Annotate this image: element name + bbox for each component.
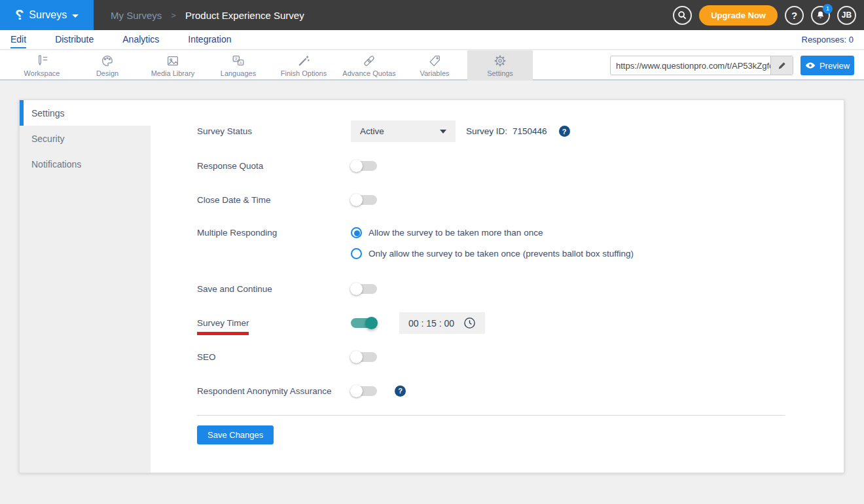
respondent-anonymity-toggle[interactable]	[351, 386, 377, 396]
user-avatar[interactable]: JB	[837, 6, 856, 25]
survey-status-value: Active	[360, 126, 384, 136]
survey-nav-bar: Edit Distribute Analytics Integration Re…	[0, 30, 864, 50]
close-date-label: Close Date & Time	[197, 195, 351, 205]
survey-url-field[interactable]: https://www.questionpro.com/t/AP53kZgfo	[610, 56, 793, 75]
close-date-toggle[interactable]	[351, 195, 377, 205]
survey-timer-red-annotation	[197, 332, 249, 335]
toggle-knob	[350, 160, 363, 172]
tab-edit[interactable]: Edit	[10, 31, 26, 48]
toolbar-item-label: Advance Quotas	[342, 69, 395, 77]
survey-timer-label: Survey Timer	[197, 318, 351, 328]
toolbar-item-settings[interactable]: Settings	[467, 50, 533, 81]
radio-option-allow-multiple[interactable]: Allow the survey to be taken more than o…	[351, 227, 634, 238]
notifications-button[interactable]: 1	[811, 6, 830, 25]
sidebar-item-security[interactable]: Security	[20, 126, 151, 151]
sidebar-item-settings[interactable]: Settings	[20, 100, 151, 126]
survey-timer-toggle[interactable]	[351, 318, 377, 328]
tab-integration[interactable]: Integration	[188, 31, 231, 48]
upgrade-now-button[interactable]: Upgrade Now	[699, 5, 778, 26]
help-button[interactable]: ?	[785, 6, 804, 25]
wand-icon	[297, 54, 311, 68]
toolbar-item-label: Design	[96, 69, 118, 77]
search-icon	[677, 10, 687, 20]
toolbar-item-workspace[interactable]: Workspace	[9, 50, 75, 81]
respondent-anonymity-help-icon[interactable]: ?	[395, 386, 406, 397]
toolbar-item-variables[interactable]: Variables	[402, 50, 467, 81]
toolbar-item-label: Media Library	[151, 69, 195, 77]
seo-toggle[interactable]	[351, 352, 377, 362]
response-quota-row: Response Quota	[197, 158, 377, 173]
preview-button[interactable]: Preview	[801, 56, 854, 75]
notification-count-badge: 1	[823, 4, 833, 14]
seo-row: SEO	[197, 349, 377, 365]
seo-label: SEO	[197, 352, 351, 362]
workspace-icon	[35, 54, 49, 68]
response-quota-label: Response Quota	[197, 161, 351, 171]
responses-count[interactable]: Responses: 0	[802, 35, 854, 45]
questionpro-logo-icon: ?	[15, 7, 24, 24]
sidebar-item-notifications[interactable]: Notifications	[20, 151, 151, 177]
settings-card: Settings Security Notifications Survey S…	[19, 99, 844, 473]
breadcrumb-my-surveys[interactable]: My Surveys	[111, 10, 162, 21]
survey-status-select[interactable]: Active	[351, 120, 456, 142]
save-changes-button[interactable]: Save Changes	[197, 425, 274, 444]
content-divider	[197, 415, 785, 416]
toolbar-item-label: Variables	[420, 69, 449, 77]
toolbar-item-label: Finish Options	[281, 69, 327, 77]
surveys-product-menu[interactable]: ? Surveys	[0, 0, 94, 30]
question-icon: ?	[791, 10, 797, 21]
survey-id-help-icon[interactable]: ?	[559, 126, 570, 137]
chain-icon	[362, 54, 376, 68]
close-date-row: Close Date & Time	[197, 192, 377, 207]
toolbar-item-advance-quotas[interactable]: Advance Quotas	[336, 50, 402, 81]
survey-timer-input[interactable]: 00 : 15 : 00	[399, 312, 485, 334]
svg-text:文: 文	[234, 56, 238, 61]
radio-selected-icon[interactable]	[351, 227, 362, 238]
multiple-responding-row: Multiple Responding Allow the survey to …	[197, 227, 634, 259]
radio-option-only-once[interactable]: Only allow the survey to be taken once (…	[351, 248, 634, 259]
edit-url-button[interactable]	[770, 56, 793, 75]
multiple-responding-label: Multiple Responding	[197, 228, 351, 238]
header-actions: Upgrade Now ? 1 JB	[673, 0, 856, 30]
clock-icon[interactable]	[463, 317, 476, 329]
radio-unselected-icon[interactable]	[351, 248, 362, 259]
toolbar-item-languages[interactable]: 文A Languages	[206, 50, 271, 81]
survey-status-label: Survey Status	[197, 126, 351, 136]
respondent-anonymity-label: Respondent Anonymity Assurance	[197, 386, 351, 396]
svg-text:A: A	[240, 61, 242, 65]
tab-distribute[interactable]: Distribute	[55, 31, 94, 48]
edit-toolbar: Workspace Design Media Library 文A Langua…	[0, 50, 864, 81]
toolbar-item-label: Workspace	[24, 69, 60, 77]
toolbar-item-label: Settings	[487, 69, 513, 77]
save-and-continue-row: Save and Continue	[197, 281, 377, 297]
top-header: ? Surveys My Surveys > Product Experienc…	[0, 0, 864, 30]
save-and-continue-toggle[interactable]	[351, 284, 377, 294]
translate-icon: 文A	[231, 54, 245, 68]
breadcrumb: My Surveys > Product Experience Survey	[111, 10, 304, 21]
chevron-down-icon	[440, 130, 446, 134]
response-quota-toggle[interactable]	[351, 161, 377, 171]
toolbar-item-media-library[interactable]: Media Library	[140, 50, 206, 81]
page-title: Product Experience Survey	[185, 10, 304, 21]
pencil-icon	[778, 61, 787, 70]
settings-sidebar: Settings Security Notifications	[20, 100, 151, 473]
toolbar-item-design[interactable]: Design	[75, 50, 140, 81]
survey-timer-value[interactable]: 00 : 15 : 00	[408, 318, 454, 329]
respondent-anonymity-row: Respondent Anonymity Assurance ?	[197, 383, 406, 399]
survey-timer-row: Survey Timer 00 : 15 : 00	[197, 312, 485, 334]
survey-url-text[interactable]: https://www.questionpro.com/t/AP53kZgfo	[611, 61, 770, 71]
toolbar-item-label: Languages	[221, 69, 256, 77]
brand-label: Surveys	[29, 9, 67, 21]
breadcrumb-separator-icon: >	[171, 10, 176, 20]
toolbar-item-finish-options[interactable]: Finish Options	[271, 50, 336, 81]
nav-tabs: Edit Distribute Analytics Integration	[10, 31, 231, 48]
eye-icon	[805, 62, 816, 69]
tab-analytics[interactable]: Analytics	[122, 31, 159, 48]
chevron-down-icon	[72, 14, 79, 18]
survey-status-row: Survey Status Active Survey ID: 7150446 …	[197, 120, 570, 142]
preview-label: Preview	[819, 61, 850, 71]
tag-icon	[427, 54, 442, 68]
search-button[interactable]	[673, 6, 692, 25]
survey-id-label: Survey ID:	[466, 126, 507, 136]
survey-id-group: Survey ID: 7150446 ?	[466, 126, 570, 137]
